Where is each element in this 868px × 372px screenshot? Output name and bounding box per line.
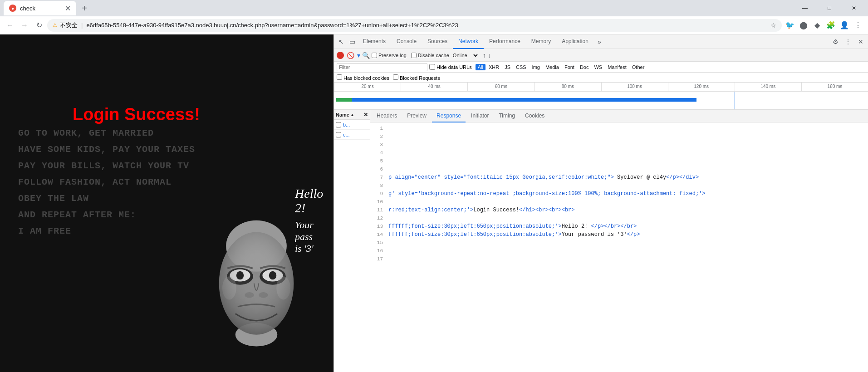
panels-area: Name ▲ ✕ b... c... Headers [334,110,868,372]
blocked-requests-label[interactable]: Blocked Requests [393,74,440,81]
tab-sources[interactable]: Sources [422,34,453,49]
code-line-15: 15 [370,239,868,247]
clear-button[interactable]: 🚫 [347,52,354,59]
tab-bar: ● check ✕ + — □ ✕ [0,0,868,16]
filter-media[interactable]: Media [543,64,561,70]
record-button[interactable] [337,52,344,59]
filter-xhr[interactable]: XHR [486,64,501,70]
res-tab-response[interactable]: Response [432,110,466,122]
tab-close-icon[interactable]: ✕ [65,4,71,13]
name-item-b[interactable]: b... [334,120,370,130]
timeline-mark-120: 120 ms [668,83,735,91]
tab-console[interactable]: Console [391,34,422,49]
disable-cache-label[interactable]: Disable cache [411,53,449,58]
timeline-mark-40: 40 ms [401,83,467,91]
menu-icon[interactable]: ⋮ [852,19,864,32]
background-text: GO TO WORK, GET MARRIED HAVE SOME KIDS, … [18,125,195,240]
active-tab[interactable]: ● check ✕ [4,1,76,15]
disable-cache-checkbox[interactable] [411,53,417,58]
account-icon[interactable]: 👤 [838,19,851,32]
login-success-text: Login Success! [73,105,200,124]
bookmark-icon[interactable]: ☆ [770,22,776,29]
back-button[interactable]: ← [4,19,16,32]
name-item-b-checkbox[interactable] [336,122,341,127]
devtools-cursor-icon[interactable]: ↖ [336,36,347,47]
res-tab-cookies[interactable]: Cookies [520,110,549,122]
timeline: 20 ms 40 ms 60 ms 80 ms 100 ms 120 ms 14… [334,83,868,110]
filter-ws[interactable]: WS [592,64,604,70]
filter-doc[interactable]: Doc [578,64,591,70]
extension-icon-2[interactable]: ⬤ [797,19,810,32]
tab-application[interactable]: Application [556,34,594,49]
preserve-log-checkbox[interactable] [372,53,377,58]
hide-data-urls-label[interactable]: Hide data URLs [429,64,472,70]
tab-title: check [20,5,61,12]
devtools-device-icon[interactable]: ▭ [347,36,358,47]
has-blocked-cookies-checkbox[interactable] [337,74,342,80]
url-text: e6dfa65b-5548-447e-a930-94ffa915e7a3.nod… [86,22,768,29]
devtools-more-icon[interactable]: ⋮ [843,36,853,47]
tab-memory[interactable]: Memory [526,34,556,49]
filter-font[interactable]: Font [562,64,577,70]
extension-icon-1[interactable]: 🐦 [784,19,796,32]
code-line-1: 1 [370,124,868,132]
close-button[interactable]: ✕ [843,1,864,15]
code-line-8: 8 [370,181,868,190]
extension-icon-3[interactable]: ◆ [811,19,824,32]
filter-bar: Hide data URLs All XHR JS CSS Img Media … [334,62,868,73]
timeline-mark-60: 60 ms [467,83,534,91]
tab-elements[interactable]: Elements [358,34,391,49]
browser-chrome: ● check ✕ + — □ ✕ ← → ↻ ⚠ 不安全 | e6dfa65b… [0,0,868,34]
reload-button[interactable]: ↻ [33,19,45,32]
timeline-blue-bar [352,98,696,102]
filter-types: All XHR JS CSS Img Media Font Doc WS Man… [476,64,647,70]
throttle-select[interactable]: Online Slow 3G Fast 3G Offline [451,52,479,59]
code-line-11: 11 r:red;text-align:center;'>Login Succe… [370,206,868,214]
forward-button[interactable]: → [18,19,31,32]
code-line-3: 3 [370,141,868,149]
extensions-icon[interactable]: 🧩 [824,19,837,32]
code-line-16: 16 [370,247,868,255]
network-toolbar: 🚫 ▾ 🔍 Preserve log Disable cache Online … [334,49,868,62]
filter-css[interactable]: CSS [514,64,529,70]
filter-img[interactable]: Img [530,64,542,70]
filter-button[interactable]: ▾ [357,52,360,59]
devtools-settings-icon[interactable]: ⚙ [830,36,841,47]
hide-data-urls-checkbox[interactable] [429,64,435,70]
blocked-requests-checkbox[interactable] [393,74,398,80]
filter-input[interactable] [337,63,427,71]
res-tab-timing[interactable]: Timing [494,110,520,122]
name-panel: Name ▲ ✕ b... c... [334,110,370,372]
res-tab-initiator[interactable]: Initiator [466,110,493,122]
res-tab-preview[interactable]: Preview [402,110,431,122]
devtools-close-icon[interactable]: ✕ [855,36,866,47]
filter-js[interactable]: JS [502,64,513,70]
filter-all[interactable]: All [476,64,485,70]
tab-network[interactable]: Network [453,34,484,49]
maximize-button[interactable]: □ [819,1,840,15]
timeline-cursor [735,92,735,110]
filter-manifest[interactable]: Manifest [605,64,629,70]
name-item-c[interactable]: c... [334,130,370,140]
download-icon: ↓ [488,52,491,59]
name-header[interactable]: Name ▲ ✕ [334,110,370,120]
close-panel-icon[interactable]: ✕ [363,112,368,118]
res-tab-headers[interactable]: Headers [372,110,402,122]
has-blocked-cookies-label[interactable]: Has blocked cookies [337,74,389,81]
code-line-5: 5 [370,157,868,165]
name-item-c-checkbox[interactable] [336,132,341,137]
filter-other[interactable]: Other [630,64,647,70]
address-bar[interactable]: ⚠ 不安全 | e6dfa65b-5548-447e-a930-94ffa915… [47,19,782,32]
tab-favicon: ● [9,5,16,12]
search-button[interactable]: 🔍 [362,52,370,59]
security-label: 不安全 [60,21,78,29]
response-tabs: Headers Preview Response Initiator Timin… [370,110,868,122]
new-tab-button[interactable]: + [78,2,91,15]
preserve-log-label[interactable]: Preserve log [372,53,407,58]
tab-performance[interactable]: Performance [484,34,526,49]
minimize-button[interactable]: — [794,1,815,15]
upload-icon: ↑ [483,52,486,59]
code-line-9: 9 g' style='background-repeat:no-repeat … [370,190,868,198]
devtools-more-tabs[interactable]: » [594,36,605,47]
code-line-13: 13 ffffff;font-size:30px;left:650px;posi… [370,222,868,230]
